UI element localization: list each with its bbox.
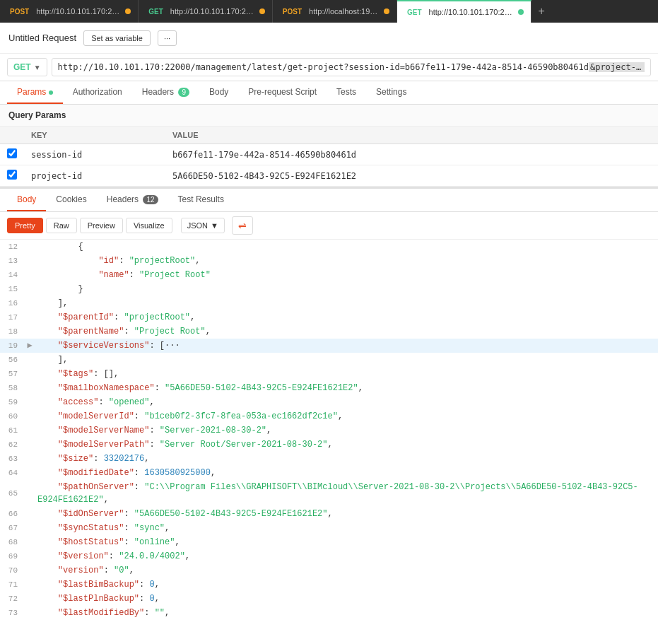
json-line: 70 "version": "0", (0, 563, 658, 578)
tab3-url: http://localhost:19723 (309, 7, 380, 16)
json-line: 71 "$lastBimBackup": 0, (0, 578, 658, 592)
json-content: "$syncStatus": "sync", (35, 522, 658, 534)
param-checkbox-1[interactable] (7, 170, 17, 180)
json-line: 59 "access": "opened", (0, 395, 658, 409)
tab4-url: http://10.10.101.170:22000/ma... (429, 8, 514, 16)
line-number: 16 (0, 297, 25, 310)
line-number: 65 (0, 487, 25, 500)
pretty-button[interactable]: Pretty (7, 218, 43, 233)
json-content: "$parentId": "projectRoot", (35, 311, 658, 324)
collapse-icon (25, 396, 35, 409)
visualize-button[interactable]: Visualize (126, 218, 172, 233)
json-line: 63 "$size": 33202176, (0, 452, 658, 466)
more-options-button[interactable]: ··· (158, 30, 177, 46)
collapse-icon (25, 424, 35, 437)
json-content: "$modelServerName": "Server-2021-08-30-2… (35, 424, 658, 437)
body-controls: Pretty Raw Preview Visualize JSON ▼ ⇌ (0, 212, 658, 240)
tab-params[interactable]: Params (7, 81, 63, 104)
format-chevron-icon: ▼ (211, 221, 218, 230)
json-content: "$modifiedDate": 1630580925000, (35, 467, 658, 479)
param-value-0: b667fe11-179e-442a-8514-46590b80461d (165, 144, 658, 165)
json-content: "$hostStatus": "online", (35, 536, 658, 549)
tab-prerequest[interactable]: Pre-request Script (238, 81, 327, 104)
collapse-icon (25, 311, 35, 324)
json-line: 62 "$modelServerPath": "Server Root/Serv… (0, 438, 658, 452)
line-number: 58 (0, 382, 25, 394)
format-select[interactable]: JSON ▼ (181, 218, 225, 233)
res-tab-body[interactable]: Body (7, 189, 46, 211)
tab3-method: POST (280, 7, 305, 16)
json-line: 64 "$modifiedDate": 1630580925000, (0, 466, 658, 480)
line-number: 12 (0, 240, 25, 253)
query-params-section: Query Params KEY VALUE session-id b667fe… (0, 105, 658, 187)
json-content: { (35, 240, 658, 253)
tab-4[interactable]: GET http://10.10.101.170:22000/ma... (397, 0, 531, 23)
raw-button[interactable]: Raw (46, 218, 77, 233)
json-content: "$idOnServer": "5A66DE50-5102-4B43-92C5-… (35, 508, 658, 520)
line-number: 71 (0, 578, 25, 591)
line-number: 64 (0, 467, 25, 479)
collapse-icon (25, 269, 35, 281)
collapse-icon (25, 578, 35, 591)
res-headers-badge: 12 (143, 195, 158, 204)
res-tab-cookies[interactable]: Cookies (46, 189, 96, 211)
tab-settings[interactable]: Settings (366, 81, 416, 104)
value-col-header: VALUE (165, 127, 658, 144)
wrap-button[interactable]: ⇌ (232, 216, 253, 235)
json-content: "$lastModifiedBy": "", (35, 607, 658, 619)
line-number: 62 (0, 438, 25, 451)
collapse-icon (25, 522, 35, 534)
headers-badge: 9 (178, 88, 189, 97)
url-input[interactable]: http://10.10.101.170:22000/management/la… (52, 58, 651, 76)
res-tab-test-results[interactable]: Test Results (168, 189, 234, 211)
json-line: 66 "$idOnServer": "5A66DE50-5102-4B43-92… (0, 507, 658, 521)
line-number: 60 (0, 410, 25, 423)
json-line: 57 "$tags": [], (0, 367, 658, 381)
json-content: "$pathOnServer": "C:\\Program Files\\GRA… (35, 481, 658, 506)
json-content: "access": "opened", (35, 396, 658, 409)
json-line: 65 "$pathOnServer": "C:\\Program Files\\… (0, 480, 658, 507)
tab-headers[interactable]: Headers 9 (132, 81, 199, 104)
param-checkbox-0[interactable] (7, 148, 17, 158)
format-label: JSON (187, 221, 208, 230)
set-as-variable-button[interactable]: Set as variable (83, 30, 151, 46)
collapse-icon (25, 621, 35, 621)
line-number: 17 (0, 311, 25, 324)
json-line: 67 "$syncStatus": "sync", (0, 521, 658, 535)
json-content: "$mailboxNamespace": "5A66DE50-5102-4B43… (35, 382, 658, 394)
json-line: 56 ], (0, 353, 658, 367)
tab-2[interactable]: GET http://10.10.101.170:22000/ma... (139, 0, 273, 23)
url-text: http://10.10.101.170:22000/management/la… (58, 62, 645, 72)
collapse-icon[interactable]: ▶ (25, 339, 35, 352)
line-number: 14 (0, 269, 25, 281)
json-content: "$parentName": "Project Root", (35, 325, 658, 338)
tab-3[interactable]: POST http://localhost:19723 (273, 0, 397, 23)
collapse-icon (25, 254, 35, 267)
line-number: 73 (0, 607, 25, 619)
preview-button[interactable]: Preview (80, 218, 123, 233)
line-number: 74 (0, 621, 25, 621)
tab-tests[interactable]: Tests (327, 81, 366, 104)
tab-authorization[interactable]: Authorization (63, 81, 132, 104)
collapse-icon (25, 487, 35, 500)
tab-body[interactable]: Body (199, 81, 238, 104)
json-line: 58 "$mailboxNamespace": "5A66DE50-5102-4… (0, 381, 658, 395)
add-tab-button[interactable]: + (531, 0, 552, 23)
tab1-method: POST (7, 7, 32, 16)
json-line: 14 "name": "Project Root" (0, 268, 658, 282)
collapse-icon (25, 438, 35, 451)
json-line: 18 "$parentName": "Project Root", (0, 324, 658, 339)
collapse-icon (25, 368, 35, 380)
line-number: 69 (0, 550, 25, 563)
collapse-icon (25, 353, 35, 366)
json-viewer[interactable]: 12 { 13 "id": "projectRoot", 14 "name": … (0, 240, 658, 621)
tab-1[interactable]: POST http://10.10.101.170:22000//... (0, 0, 139, 23)
res-tab-headers[interactable]: Headers 12 (97, 189, 168, 211)
json-line: 15 } (0, 282, 658, 296)
method-select[interactable]: GET ▼ (7, 58, 47, 76)
tab4-method: GET (404, 8, 425, 17)
json-content: "$tags": [], (35, 368, 658, 380)
json-line: 61 "$modelServerName": "Server-2021-08-3… (0, 423, 658, 438)
json-content: "$lastBimBackup": 0, (35, 578, 658, 591)
collapse-icon (25, 410, 35, 423)
